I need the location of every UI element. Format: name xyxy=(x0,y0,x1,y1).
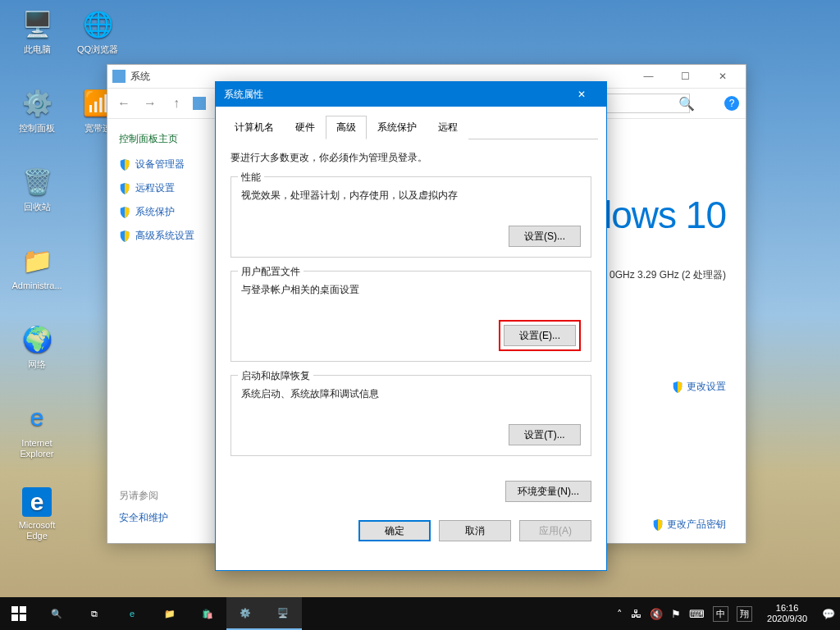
shield-icon xyxy=(119,183,130,194)
desktop-icon-this-pc[interactable]: 🖥️此电脑 xyxy=(8,7,66,55)
highlight-box: 设置(E)... xyxy=(499,320,581,351)
desktop-icon-administrator[interactable]: 📁Administra... xyxy=(8,243,66,291)
dialog-close-button[interactable]: ✕ xyxy=(565,82,598,107)
tab-hardware[interactable]: 硬件 xyxy=(285,116,326,139)
windows-brand: dows 10 xyxy=(591,193,726,237)
tray-security-icon[interactable]: ⚑ xyxy=(671,608,681,620)
taskbar-store[interactable]: 🛍️ xyxy=(189,597,226,630)
dialog-title: 系统属性 xyxy=(224,88,263,102)
close-button[interactable]: ✕ xyxy=(704,65,741,88)
group-performance-desc: 视觉效果，处理器计划，内存使用，以及虚拟内存 xyxy=(241,189,581,203)
group-startup-recovery: 启动和故障恢复 系统启动、系统故障和调试信息 设置(T)... xyxy=(231,375,591,456)
svg-rect-0 xyxy=(11,606,18,613)
dialog-panel: 要进行大多数更改，你必须作为管理员登录。 性能 视觉效果，处理器计划，内存使用，… xyxy=(216,139,606,481)
group-performance-legend: 性能 xyxy=(238,171,264,185)
shield-icon xyxy=(119,207,130,218)
ime-indicator-2[interactable]: 翔 xyxy=(737,606,752,622)
user-folder-icon: 📁 xyxy=(20,243,54,277)
help-button[interactable]: ? xyxy=(724,96,739,111)
shield-icon xyxy=(672,381,683,393)
tray-network-icon[interactable]: 🖧 xyxy=(631,608,641,620)
desktop-icon-control-panel[interactable]: ⚙️控制面板 xyxy=(8,85,66,134)
minimize-button[interactable]: — xyxy=(630,65,667,88)
environment-variables-button[interactable]: 环境变量(N)... xyxy=(505,481,591,502)
taskbar: 🔍 ⧉ e 📁 🛍️ ⚙️ 🖥️ ˄ 🖧 🔇 ⚑ ⌨ 中 翔 16:16 202… xyxy=(0,597,840,630)
svg-rect-1 xyxy=(20,606,26,613)
performance-settings-button[interactable]: 设置(S)... xyxy=(509,226,581,247)
system-title: 系统 xyxy=(130,70,150,84)
tray-chevron-icon[interactable]: ˄ xyxy=(617,608,623,620)
group-profiles-desc: 与登录帐户相关的桌面设置 xyxy=(241,283,581,297)
startup-settings-button[interactable]: 设置(T)... xyxy=(509,424,581,445)
tab-protection[interactable]: 系统保护 xyxy=(367,116,427,139)
group-startup-desc: 系统启动、系统故障和调试信息 xyxy=(241,387,581,401)
back-button[interactable]: ← xyxy=(114,94,134,113)
system-tray: ˄ 🖧 🔇 ⚑ ⌨ 中 翔 16:16 2020/9/30 💬 xyxy=(617,603,840,623)
taskbar-control-panel[interactable]: ⚙️ xyxy=(226,597,264,630)
group-startup-legend: 启动和故障恢复 xyxy=(238,369,313,383)
system-properties-dialog: 系统属性 ✕ 计算机名 硬件 高级 系统保护 远程 要进行大多数更改，你必须作为… xyxy=(215,81,607,571)
tray-volume-icon[interactable]: 🔇 xyxy=(650,608,663,620)
action-center-icon[interactable]: 💬 xyxy=(822,608,835,620)
recycle-bin-icon: 🗑️ xyxy=(20,164,54,199)
taskbar-app[interactable]: 🖥️ xyxy=(264,597,302,630)
shield-icon xyxy=(119,159,130,171)
clock-date: 2020/9/30 xyxy=(767,614,807,624)
change-product-key-link[interactable]: 更改产品密钥 xyxy=(652,518,726,532)
qq-browser-icon: 🌐 xyxy=(80,7,115,41)
desktop-icon-ie[interactable]: eInternet Explorer xyxy=(8,400,66,459)
ie-icon: e xyxy=(20,400,54,435)
forward-button[interactable]: → xyxy=(140,94,160,113)
taskbar-edge[interactable]: e xyxy=(113,597,151,630)
ok-button[interactable]: 确定 xyxy=(358,520,431,541)
shield-icon xyxy=(652,519,664,531)
user-profiles-settings-button[interactable]: 设置(E)... xyxy=(504,325,576,346)
apply-button[interactable]: 应用(A) xyxy=(519,520,591,541)
cpu-spec: 0GHz 3.29 GHz (2 处理器) xyxy=(609,268,726,282)
tab-remote[interactable]: 远程 xyxy=(427,116,468,139)
svg-rect-2 xyxy=(11,614,18,621)
tab-advanced[interactable]: 高级 xyxy=(326,116,367,139)
group-user-profiles: 用户配置文件 与登录帐户相关的桌面设置 设置(E)... xyxy=(231,271,591,362)
group-profiles-legend: 用户配置文件 xyxy=(238,265,304,279)
taskbar-explorer[interactable]: 📁 xyxy=(151,597,189,630)
pc-icon: 🖥️ xyxy=(20,7,54,41)
cancel-button[interactable]: 取消 xyxy=(439,520,511,541)
desktop-icon-network[interactable]: 🌍网络 xyxy=(8,322,66,370)
control-panel-icon: ⚙️ xyxy=(20,85,54,120)
dialog-titlebar[interactable]: 系统属性 ✕ xyxy=(216,82,606,107)
shield-icon xyxy=(119,231,130,242)
ime-indicator-1[interactable]: 中 xyxy=(713,606,728,622)
maximize-button[interactable]: ☐ xyxy=(667,65,704,88)
up-button[interactable]: ↑ xyxy=(167,94,186,113)
globe-icon: 🌍 xyxy=(20,322,54,356)
taskbar-clock[interactable]: 16:16 2020/9/30 xyxy=(760,603,814,623)
dialog-tabs: 计算机名 硬件 高级 系统保护 远程 xyxy=(224,115,598,139)
dialog-footer: 确定 取消 应用(A) xyxy=(216,512,606,553)
tab-computer-name[interactable]: 计算机名 xyxy=(224,116,285,139)
edge-icon: e xyxy=(22,487,52,517)
start-button[interactable] xyxy=(0,597,38,630)
group-performance: 性能 视觉效果，处理器计划，内存使用，以及虚拟内存 设置(S)... xyxy=(231,176,591,258)
pc-chip-icon xyxy=(193,97,206,110)
desktop-icon-recycle-bin[interactable]: 🗑️回收站 xyxy=(8,164,66,212)
desktop-icon-qq-browser[interactable]: 🌐QQ浏览器 xyxy=(69,7,126,55)
svg-rect-3 xyxy=(20,614,26,621)
task-view-button[interactable]: ⧉ xyxy=(75,597,113,630)
search-button[interactable]: 🔍 xyxy=(38,597,75,630)
desktop-icon-edge[interactable]: eMicrosoft Edge xyxy=(8,487,66,541)
clock-time: 16:16 xyxy=(767,603,807,614)
tray-keyboard-icon[interactable]: ⌨ xyxy=(689,608,705,620)
admin-hint: 要进行大多数更改，你必须作为管理员登录。 xyxy=(231,151,591,165)
system-icon xyxy=(112,70,126,83)
change-settings-link[interactable]: 更改设置 xyxy=(672,380,726,394)
